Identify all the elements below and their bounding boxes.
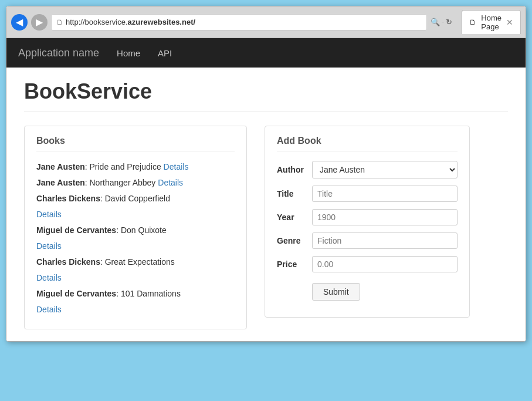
refresh-icon[interactable]: ↻: [446, 18, 452, 26]
author-label: Author: [277, 165, 312, 174]
price-row: Price: [277, 256, 458, 272]
list-item: Details: [36, 240, 235, 252]
price-input[interactable]: [312, 256, 458, 272]
details-link[interactable]: Details: [36, 273, 62, 282]
back-button[interactable]: ◀: [11, 14, 28, 31]
book-author: Miguel de Cervantes: [36, 225, 116, 235]
search-refresh-area: 🔍 - ↻: [431, 18, 452, 26]
book-author: Miguel de Cervantes: [36, 289, 116, 298]
search-icon[interactable]: 🔍: [431, 18, 440, 26]
list-item: Jane Austen: Northanger Abbey Details: [36, 177, 235, 189]
price-label: Price: [277, 260, 312, 269]
forward-button[interactable]: ▶: [31, 14, 48, 31]
submit-button[interactable]: Submit: [312, 283, 360, 301]
tab-label: Home Page: [481, 14, 501, 31]
details-link[interactable]: Details: [36, 241, 62, 251]
separator: -: [442, 18, 444, 26]
address-text: http://bookservice.azurewebsites.net/: [66, 18, 422, 26]
year-label: Year: [277, 213, 312, 222]
navbar: Application name Home API: [6, 38, 526, 68]
list-item: Charles Dickens: Great Expectations: [36, 256, 235, 268]
title-label: Title: [277, 189, 312, 198]
genre-label: Genre: [277, 236, 312, 245]
book-author: Jane Austen: [36, 178, 85, 187]
add-book-panel-title: Add Book: [277, 136, 458, 151]
author-row: Author Jane Austen Charles Dickens Migue…: [277, 161, 458, 178]
books-panel: Books Jane Austen: Pride and Prejudice D…: [24, 126, 247, 329]
nav-link-home[interactable]: Home: [117, 48, 140, 58]
details-link[interactable]: Details: [158, 178, 183, 187]
list-item: Jane Austen: Pride and Prejudice Details: [36, 161, 235, 173]
address-icon: 🗋: [56, 18, 63, 26]
browser-window: ◀ ▶ 🗋 http://bookservice.azurewebsites.n…: [6, 6, 526, 342]
app-brand: Application name: [18, 47, 99, 59]
details-link[interactable]: Details: [164, 162, 189, 171]
home-tab[interactable]: 🗋 Home Page ✕: [462, 10, 521, 34]
list-item: Details: [36, 272, 235, 284]
page-title: BookService: [24, 79, 508, 112]
address-bar[interactable]: 🗋 http://bookservice.azurewebsites.net/: [51, 14, 427, 31]
tab-icon: 🗋: [469, 18, 476, 26]
list-item: Miguel de Cervantes: Don Quixote: [36, 224, 235, 237]
genre-input[interactable]: [312, 232, 458, 249]
nav-link-api[interactable]: API: [158, 48, 172, 58]
book-author: Charles Dickens: [36, 194, 100, 203]
year-input[interactable]: [312, 209, 458, 225]
browser-chrome: ◀ ▶ 🗋 http://bookservice.azurewebsites.n…: [6, 6, 526, 38]
list-item: Miguel de Cervantes: 101 Damnations: [36, 288, 235, 300]
genre-row: Genre: [277, 232, 458, 249]
year-row: Year: [277, 209, 458, 225]
tab-area: 🗋 Home Page ✕: [462, 10, 521, 34]
add-book-panel: Add Book Author Jane Austen Charles Dick…: [265, 126, 470, 318]
list-item: Details: [36, 208, 235, 221]
main-content: BookService Books Jane Austen: Pride and…: [6, 68, 526, 341]
submit-row: Submit: [277, 279, 458, 301]
books-panel-title: Books: [36, 136, 235, 151]
details-link[interactable]: Details: [36, 210, 62, 219]
book-author: Charles Dickens: [36, 257, 100, 267]
title-row: Title: [277, 186, 458, 202]
panels-row: Books Jane Austen: Pride and Prejudice D…: [24, 126, 508, 329]
book-author: Jane Austen: [36, 162, 85, 171]
address-domain: azurewebsites.net/: [128, 18, 196, 26]
title-input[interactable]: [312, 186, 458, 202]
tab-close-button[interactable]: ✕: [506, 18, 513, 27]
list-item: Charles Dickens: David Copperfield: [36, 193, 235, 205]
list-item: Details: [36, 304, 235, 316]
author-select[interactable]: Jane Austen Charles Dickens Miguel de Ce…: [312, 161, 458, 178]
details-link[interactable]: Details: [36, 305, 62, 314]
